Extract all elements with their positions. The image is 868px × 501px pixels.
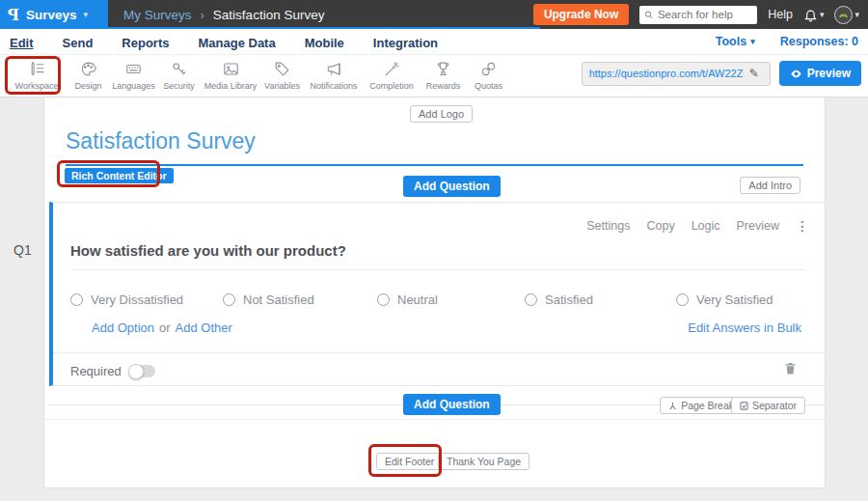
add-question-button-top[interactable]: Add Question <box>403 176 501 197</box>
question-text-underline <box>70 269 805 270</box>
separator-button[interactable]: Separator <box>731 397 805 414</box>
workspace-icon <box>28 60 46 78</box>
required-row: Required <box>70 364 155 378</box>
add-option-row: Add Option or Add Other <box>92 320 232 335</box>
account-menu[interactable]: ▾ <box>834 6 859 24</box>
radio-icon[interactable] <box>676 293 689 306</box>
toolbar-item-design[interactable]: Design <box>66 58 111 91</box>
toolbar-item-variables[interactable]: Variables <box>259 58 305 91</box>
radio-option-4[interactable]: Satisfied <box>525 292 593 307</box>
toggle-knob <box>128 364 144 379</box>
notifications-menu[interactable]: ▾ <box>803 8 825 22</box>
question-text[interactable]: How satisfied are you with our product? <box>70 242 346 259</box>
help-link[interactable]: Help <box>768 8 793 21</box>
tab-reports[interactable]: Reports <box>122 34 169 50</box>
toolbar-item-media-library[interactable]: Media Library <box>202 58 259 91</box>
breadcrumb-my-surveys[interactable]: My Surveys <box>123 8 192 22</box>
topbar-right-cluster: Upgrade Now Help ▾ ▾ <box>533 4 868 25</box>
radio-option-2[interactable]: Not Satisfied <box>223 292 314 307</box>
toolbar-item-notifications[interactable]: Notifications <box>305 58 363 91</box>
add-option-link[interactable]: Add Option <box>92 320 154 335</box>
question-card: Settings Copy Logic Preview ⋮ How satisf… <box>49 202 825 386</box>
edit-answers-in-bulk-link[interactable]: Edit Answers in Bulk <box>688 320 801 335</box>
tab-mobile[interactable]: Mobile <box>305 34 344 50</box>
radio-icon[interactable] <box>70 293 83 306</box>
add-logo-button[interactable]: Add Logo <box>410 105 473 123</box>
magic-wand-icon <box>383 60 401 78</box>
upgrade-now-button[interactable]: Upgrade Now <box>533 4 629 25</box>
bell-icon <box>803 8 818 22</box>
chevron-down-icon: ▾ <box>854 11 859 19</box>
breadcrumb: My Surveys › Satisfaction Survey <box>123 8 324 22</box>
required-toggle[interactable] <box>129 365 155 377</box>
kebab-menu-icon[interactable]: ⋮ <box>796 218 809 234</box>
toolbar-item-security[interactable]: Security <box>156 58 202 91</box>
separator-checkbox-icon <box>740 402 748 410</box>
preview-link[interactable]: Preview <box>737 219 779 233</box>
breadcrumb-current-survey: Satisfaction Survey <box>213 8 325 22</box>
add-question-button-bottom[interactable]: Add Question <box>403 394 501 415</box>
logic-link[interactable]: Logic <box>692 219 720 233</box>
question-number-label: Q1 <box>14 242 32 258</box>
radio-icon[interactable] <box>223 293 235 306</box>
tab-edit[interactable]: Edit <box>10 34 34 50</box>
avatar <box>834 6 853 24</box>
gauge-icon <box>837 9 850 21</box>
tab-send[interactable]: Send <box>63 34 94 50</box>
footer-area-border <box>44 419 825 420</box>
radio-option-1[interactable]: Very Dissatisfied <box>70 292 183 307</box>
preview-button[interactable]: Preview <box>779 61 861 86</box>
radio-option-3[interactable]: Neutral <box>377 292 438 307</box>
tab-manage-data[interactable]: Manage Data <box>198 34 275 50</box>
toolbar-item-workspace[interactable]: Workspace <box>8 58 66 91</box>
rich-content-editor-badge[interactable]: Rich Content Editor <box>65 168 174 183</box>
delete-question-icon[interactable] <box>783 360 798 376</box>
image-icon <box>222 60 240 78</box>
editor-toolbar: Workspace Design Languages Security Medi… <box>0 55 868 97</box>
trophy-icon <box>434 60 452 78</box>
add-intro-button[interactable]: Add Intro <box>740 177 800 194</box>
tab-integration[interactable]: Integration <box>373 34 438 50</box>
toolbar-item-completion[interactable]: Completion <box>363 58 420 91</box>
chain-links-icon <box>479 60 498 78</box>
settings-link[interactable]: Settings <box>586 219 630 233</box>
radio-icon[interactable] <box>525 293 537 306</box>
survey-canvas: Add Logo Satisfaction Survey Rich Conten… <box>43 97 826 488</box>
survey-title[interactable]: Satisfaction Survey <box>66 128 256 154</box>
toolbar-right: ✎ Preview <box>582 61 861 86</box>
help-search-input[interactable] <box>658 9 752 20</box>
toolbar-item-quotas[interactable]: Quotas <box>466 58 511 91</box>
radio-option-5[interactable]: Very Satisfied <box>676 292 773 307</box>
or-text: or <box>159 320 171 335</box>
keyboard-icon <box>124 60 143 78</box>
add-other-link[interactable]: Add Other <box>176 320 232 335</box>
survey-menu-bar: Edit Send Reports Manage Data Mobile Int… <box>0 29 868 55</box>
survey-url-input[interactable] <box>589 68 744 79</box>
chevron-right-icon: › <box>201 8 204 22</box>
chevron-down-icon: ▾ <box>84 11 89 19</box>
survey-workspace: Q1 Add Logo Satisfaction Survey Rich Con… <box>0 97 868 501</box>
toolbar-item-rewards[interactable]: Rewards <box>420 58 466 91</box>
surveys-product-menu[interactable]: P Surveys ▾ <box>0 0 108 29</box>
card-divider <box>53 352 825 353</box>
title-divider <box>66 164 803 166</box>
key-icon <box>170 60 188 78</box>
survey-url-field: ✎ <box>582 62 771 86</box>
radio-icon[interactable] <box>377 293 390 306</box>
edit-footer-button[interactable]: Edit Footer <box>376 453 443 470</box>
search-icon <box>644 10 654 20</box>
menubar-right: Tools▾ Responses: 0 <box>716 35 858 48</box>
toolbar-item-languages[interactable]: Languages <box>111 58 156 91</box>
edit-url-icon[interactable]: ✎ <box>749 67 759 80</box>
questionpro-survey-editor: P Surveys ▾ My Surveys › Satisfaction Su… <box>0 0 868 501</box>
chevron-down-icon: ▾ <box>750 38 755 46</box>
page-break-icon <box>668 402 677 410</box>
palette-icon <box>79 60 97 78</box>
responses-count[interactable]: Responses: 0 <box>780 35 858 48</box>
copy-link[interactable]: Copy <box>646 219 674 233</box>
topbar: P Surveys ▾ My Surveys › Satisfaction Su… <box>0 0 868 29</box>
surveys-menu-label: Surveys <box>26 8 77 22</box>
tag-icon <box>273 60 291 78</box>
tools-menu[interactable]: Tools▾ <box>716 35 755 48</box>
thank-you-page-button[interactable]: Thank You Page <box>438 453 529 470</box>
